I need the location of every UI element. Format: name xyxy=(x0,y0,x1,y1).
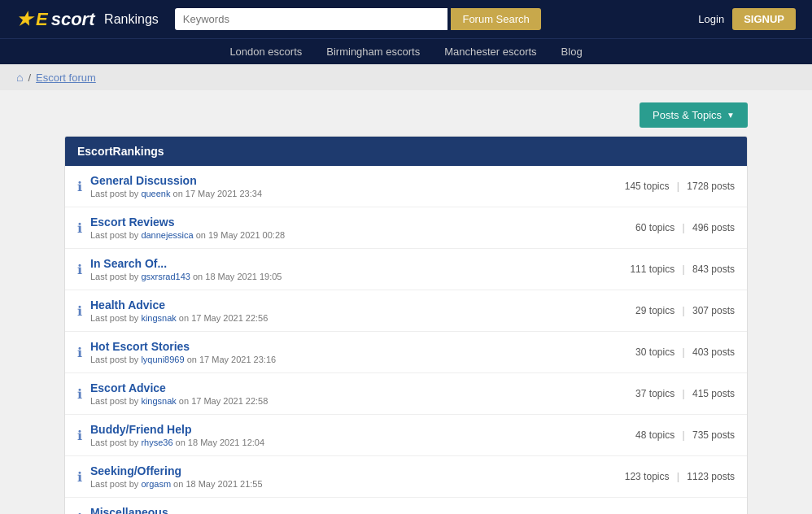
posts-topics-label: Posts & Topics xyxy=(653,109,722,121)
forum-posts-count: 496 posts xyxy=(692,222,735,233)
posts-topics-button[interactable]: Posts & Topics ▼ xyxy=(640,102,748,128)
forum-info-icon: ℹ xyxy=(77,428,82,443)
signup-button[interactable]: SIGNUP xyxy=(732,8,796,30)
breadcrumb: ⌂ / Escort forum xyxy=(0,64,812,90)
forum-info-icon: ℹ xyxy=(77,220,82,236)
forum-last-post-user[interactable]: gsxrsrad143 xyxy=(141,272,190,281)
forum-last-post-user[interactable]: kingsnak xyxy=(141,396,176,406)
forum-stats: 123 topics | 1123 posts xyxy=(588,471,735,482)
forum-title-link[interactable]: Miscellaneous xyxy=(90,506,588,514)
forum-topics-count: 111 topics xyxy=(630,264,674,275)
forum-title-link[interactable]: Hot Escort Stories xyxy=(90,340,588,353)
forum-last-post-user[interactable]: lyquni8969 xyxy=(141,355,184,364)
forum-section-header: EscortRankings xyxy=(65,137,747,166)
forum-stats: 30 topics | 403 posts xyxy=(588,346,735,358)
forum-stats: 48 topics | 735 posts xyxy=(588,429,735,441)
nav-manchester-escorts[interactable]: Manchester escorts xyxy=(444,46,536,58)
breadcrumb-separator: / xyxy=(28,72,31,84)
forum-stats: 60 topics | 496 posts xyxy=(588,222,735,233)
toolbar: Posts & Topics ▼ xyxy=(64,102,748,128)
forum-stats: 37 topics | 415 posts xyxy=(588,388,735,399)
forum-row: ℹ Buddy/Friend Help Last post by rhyse36… xyxy=(65,415,747,456)
forum-info: In Search Of... Last post by gsxrsrad143… xyxy=(90,257,588,281)
forum-last-post: Last post by orgasm on 18 May 2021 21:55 xyxy=(90,479,588,489)
search-input[interactable] xyxy=(175,8,448,30)
header: ★ Escort Rankings Forum Search Login SIG… xyxy=(0,0,812,38)
forum-title-link[interactable]: General Discussion xyxy=(90,174,588,187)
forum-info-icon: ℹ xyxy=(77,469,82,485)
forum-last-post: Last post by kingsnak on 17 May 2021 22:… xyxy=(90,396,588,406)
forum-topics-count: 29 topics xyxy=(635,305,674,316)
forum-stats: 29 topics | 307 posts xyxy=(588,305,735,316)
forum-stats: 145 topics | 1728 posts xyxy=(588,181,735,192)
forum-stats: 111 topics | 843 posts xyxy=(588,264,735,275)
forum-info: Escort Advice Last post by kingsnak on 1… xyxy=(90,381,588,406)
forum-info: Escort Reviews Last post by dannejessica… xyxy=(90,216,588,240)
forum-last-post-user[interactable]: rhyse36 xyxy=(141,438,172,447)
forum-search-button[interactable]: Forum Search xyxy=(451,8,540,30)
stat-separator: | xyxy=(682,222,684,233)
forum-posts-count: 1123 posts xyxy=(687,471,735,482)
login-link[interactable]: Login xyxy=(698,13,724,25)
stat-separator: | xyxy=(677,181,679,192)
forum-posts-count: 403 posts xyxy=(692,346,735,358)
forum-topics-count: 60 topics xyxy=(635,222,674,233)
forum-title-link[interactable]: Escort Reviews xyxy=(90,216,588,229)
forum-info: Buddy/Friend Help Last post by rhyse36 o… xyxy=(90,423,588,447)
forum-topics-count: 145 topics xyxy=(625,181,670,192)
forum-last-post-user[interactable]: kingsnak xyxy=(141,313,176,323)
home-icon[interactable]: ⌂ xyxy=(16,71,23,84)
forum-row: ℹ Miscellaneous Last post by queenk on 1… xyxy=(65,498,747,514)
forum-info: General Discussion Last post by queenk o… xyxy=(90,174,588,198)
nav-blog[interactable]: Blog xyxy=(561,46,583,58)
stat-separator: | xyxy=(682,346,684,358)
forum-posts-count: 1728 posts xyxy=(687,181,735,192)
forum-row: ℹ Health Advice Last post by kingsnak on… xyxy=(65,290,747,332)
forum-last-post: Last post by dannejessica on 19 May 2021… xyxy=(90,230,588,240)
forum-title-link[interactable]: Buddy/Friend Help xyxy=(90,423,588,436)
forum-row: ℹ Escort Reviews Last post by dannejessi… xyxy=(65,207,747,249)
forum-last-post-user[interactable]: dannejessica xyxy=(141,230,193,240)
forum-title-link[interactable]: In Search Of... xyxy=(90,257,588,270)
forum-posts-count: 843 posts xyxy=(692,264,735,275)
forum-info-icon: ℹ xyxy=(77,511,82,515)
forum-posts-count: 735 posts xyxy=(692,429,735,441)
breadcrumb-current[interactable]: Escort forum xyxy=(36,72,96,84)
logo[interactable]: ★ Escort Rankings xyxy=(16,9,159,30)
nav-london-escorts[interactable]: London escorts xyxy=(229,46,302,58)
forum-last-post: Last post by lyquni8969 on 17 May 2021 2… xyxy=(90,355,588,364)
nav-bar: London escorts Birmingham escorts Manche… xyxy=(0,38,812,64)
forum-topics-count: 30 topics xyxy=(635,346,674,358)
forum-row: ℹ General Discussion Last post by queenk… xyxy=(65,166,747,207)
dropdown-arrow-icon: ▼ xyxy=(727,111,735,120)
forum-row: ℹ Escort Advice Last post by kingsnak on… xyxy=(65,373,747,415)
forum-info-icon: ℹ xyxy=(77,386,82,402)
forum-info: Hot Escort Stories Last post by lyquni89… xyxy=(90,340,588,364)
forum-section: EscortRankings ℹ General Discussion Last… xyxy=(64,136,748,514)
logo-star-icon: ★ xyxy=(16,9,33,30)
forum-last-post: Last post by kingsnak on 17 May 2021 22:… xyxy=(90,313,588,323)
forum-title-link[interactable]: Seeking/Offering xyxy=(90,464,588,477)
forum-last-post: Last post by gsxrsrad143 on 18 May 2021 … xyxy=(90,272,588,281)
forum-info: Health Advice Last post by kingsnak on 1… xyxy=(90,298,588,323)
search-area: Forum Search xyxy=(175,8,541,30)
forum-info-icon: ℹ xyxy=(77,345,82,360)
main-content: Posts & Topics ▼ EscortRankings ℹ Genera… xyxy=(56,102,756,514)
forum-info-icon: ℹ xyxy=(77,303,82,319)
stat-separator: | xyxy=(682,305,684,316)
nav-birmingham-escorts[interactable]: Birmingham escorts xyxy=(326,46,420,58)
logo-scort: scort xyxy=(51,9,95,30)
header-right: Login SIGNUP xyxy=(698,8,796,30)
forum-info: Miscellaneous Last post by queenk on 17 … xyxy=(90,506,588,514)
stat-separator: | xyxy=(682,429,684,441)
forum-last-post-user[interactable]: orgasm xyxy=(141,479,171,489)
forum-topics-count: 37 topics xyxy=(635,388,674,399)
forum-title-link[interactable]: Health Advice xyxy=(90,298,588,311)
forum-row: ℹ In Search Of... Last post by gsxrsrad1… xyxy=(65,249,747,290)
forum-topics-count: 123 topics xyxy=(625,471,670,482)
forum-last-post: Last post by queenk on 17 May 2021 23:34 xyxy=(90,189,588,198)
forum-last-post-user[interactable]: queenk xyxy=(141,189,170,198)
stat-separator: | xyxy=(682,388,684,399)
forum-title-link[interactable]: Escort Advice xyxy=(90,381,588,394)
logo-e: E xyxy=(36,9,48,30)
